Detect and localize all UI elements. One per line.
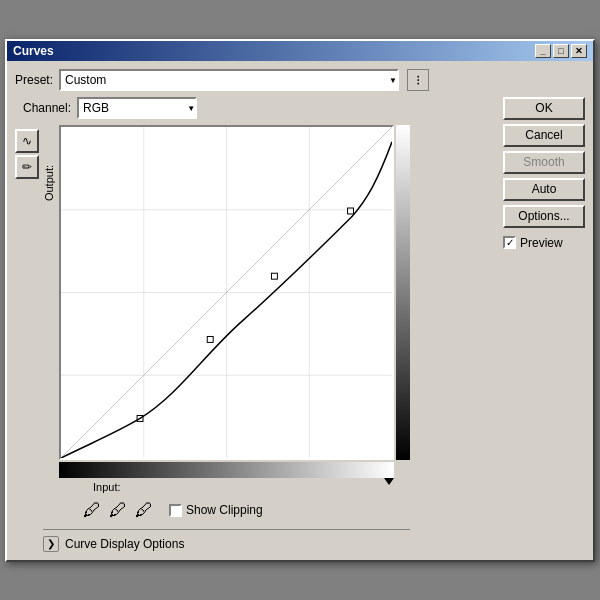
show-clipping-label: Show Clipping bbox=[186, 503, 263, 517]
cancel-button[interactable]: Cancel bbox=[503, 124, 585, 147]
svg-rect-8 bbox=[207, 336, 213, 342]
auto-button[interactable]: Auto bbox=[503, 178, 585, 201]
options-button[interactable]: Options... bbox=[503, 205, 585, 228]
dialog-body: Preset: Custom ▼ ⁝ Channel: bbox=[7, 61, 593, 560]
gray-eyedropper-button[interactable]: 🖊 bbox=[109, 500, 127, 521]
h-gradient-wrapper bbox=[59, 460, 394, 478]
minimize-button[interactable]: _ bbox=[535, 44, 551, 58]
output-label-wrapper: Output: bbox=[43, 165, 55, 201]
ok-button[interactable]: OK bbox=[503, 97, 585, 120]
preview-checkbox[interactable]: ✓ bbox=[503, 236, 516, 249]
show-clipping-row: Show Clipping bbox=[169, 503, 263, 517]
curve-with-output: Output: bbox=[43, 125, 410, 478]
close-button[interactable]: ✕ bbox=[571, 44, 587, 58]
curves-dialog: Curves _ □ ✕ Preset: Custom ▼ ⁝ bbox=[5, 39, 595, 562]
title-bar: Curves _ □ ✕ bbox=[7, 41, 593, 61]
show-clipping-checkbox[interactable] bbox=[169, 504, 182, 517]
channel-row: Channel: RGB Red Green Blue ▼ bbox=[23, 97, 495, 119]
preset-select-wrapper: Custom ▼ bbox=[59, 69, 399, 91]
white-eyedropper-button[interactable]: 🖊 bbox=[135, 500, 153, 521]
display-options-row: ❯ Curve Display Options bbox=[43, 529, 410, 552]
display-options-label: Curve Display Options bbox=[65, 537, 184, 551]
preview-row: ✓ Preview bbox=[503, 236, 585, 250]
main-content: Channel: RGB Red Green Blue ▼ bbox=[15, 97, 585, 552]
horizontal-gradient bbox=[59, 462, 394, 478]
svg-rect-9 bbox=[271, 273, 277, 279]
preset-label: Preset: bbox=[15, 73, 53, 87]
curve-tools-panel: ∿ ✏ bbox=[15, 125, 39, 179]
channel-label: Channel: bbox=[23, 101, 71, 115]
left-panel: Channel: RGB Red Green Blue ▼ bbox=[15, 97, 495, 552]
expand-display-options-button[interactable]: ❯ bbox=[43, 536, 59, 552]
preset-select[interactable]: Custom bbox=[59, 69, 399, 91]
right-panel: OK Cancel Smooth Auto Options... ✓ Previ… bbox=[503, 97, 585, 552]
gradient-marker bbox=[384, 478, 394, 485]
curve-grid-svg bbox=[61, 127, 392, 458]
preset-row: Preset: Custom ▼ ⁝ bbox=[15, 69, 585, 91]
input-label: Input: bbox=[93, 481, 121, 493]
smooth-button[interactable]: Smooth bbox=[503, 151, 585, 174]
curve-canvas[interactable] bbox=[59, 125, 394, 460]
preset-menu-icon: ⁝ bbox=[416, 72, 420, 88]
input-label-row: Input: bbox=[93, 480, 410, 494]
dialog-title: Curves bbox=[13, 44, 54, 58]
title-bar-buttons: _ □ ✕ bbox=[535, 44, 587, 58]
preset-menu-button[interactable]: ⁝ bbox=[407, 69, 429, 91]
canvas-col bbox=[59, 125, 394, 478]
eyedropper-row: 🖊 🖊 🖊 Show Clipping bbox=[43, 500, 410, 521]
curve-tool-button[interactable]: ∿ bbox=[15, 129, 39, 153]
output-label: Output: bbox=[43, 165, 55, 201]
preview-label: Preview bbox=[520, 236, 563, 250]
curve-section: ∿ ✏ Output: bbox=[15, 125, 495, 552]
tools-and-output: ∿ ✏ bbox=[15, 129, 39, 179]
tool-icons: ∿ ✏ bbox=[15, 129, 39, 179]
black-eyedropper-button[interactable]: 🖊 bbox=[83, 500, 101, 521]
pencil-tool-button[interactable]: ✏ bbox=[15, 155, 39, 179]
curve-canvas-area: Output: bbox=[43, 125, 410, 552]
maximize-button[interactable]: □ bbox=[553, 44, 569, 58]
svg-rect-10 bbox=[348, 208, 354, 214]
channel-select[interactable]: RGB Red Green Blue bbox=[77, 97, 197, 119]
channel-select-wrapper: RGB Red Green Blue ▼ bbox=[77, 97, 197, 119]
vertical-gradient bbox=[396, 125, 410, 460]
